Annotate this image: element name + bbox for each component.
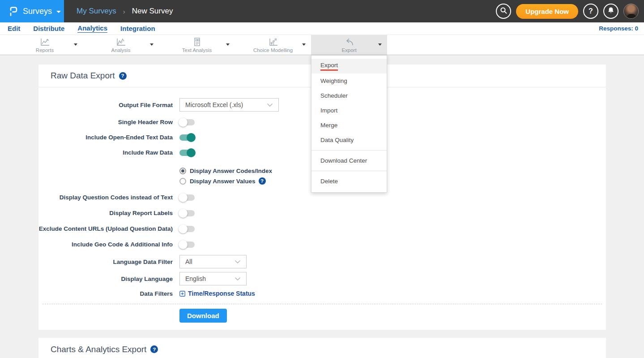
- menu-item-weighting[interactable]: Weighting: [311, 73, 387, 88]
- display-report-labels-label: Display Report Labels: [38, 210, 173, 216]
- breadcrumb-my-surveys[interactable]: My Surveys: [77, 7, 116, 16]
- toolbar-reports[interactable]: Reports: [7, 35, 83, 55]
- breadcrumb-current-survey: New Survey: [132, 7, 173, 16]
- display-report-labels-toggle[interactable]: [179, 210, 195, 216]
- include-geo-code-row: Include Geo Code & Additional Info: [38, 241, 606, 248]
- scatter-trend-icon: [267, 37, 279, 47]
- breadcrumb-separator: ›: [123, 8, 125, 15]
- topbar-actions: Upgrade Now ?: [496, 0, 639, 22]
- form-divider: [43, 304, 602, 304]
- display-language-select[interactable]: English: [179, 272, 247, 285]
- export-menu: Export Weighting Scheduler Import Merge …: [311, 55, 387, 193]
- bell-icon: [607, 7, 614, 16]
- time-response-status-label: Time/Response Status: [188, 290, 255, 297]
- toolbar-analysis-label: Analysis: [111, 47, 131, 53]
- chevron-down-icon: [56, 11, 61, 13]
- menu-item-data-quality[interactable]: Data Quality: [311, 133, 387, 147]
- display-question-codes-label: Display Question Codes instead of Text: [38, 194, 173, 201]
- toolbar-analysis[interactable]: Analysis: [83, 35, 159, 55]
- menu-item-export-label: Export: [320, 62, 338, 71]
- export-dropdown-caret[interactable]: [378, 43, 382, 46]
- display-language-label: Display Language: [38, 276, 173, 282]
- menu-item-data-quality-label: Data Quality: [320, 137, 354, 143]
- toggle-knob: [179, 224, 188, 233]
- exclude-content-urls-toggle[interactable]: [179, 226, 195, 232]
- toolbar-export-label: Export: [341, 47, 356, 53]
- search-button[interactable]: [496, 4, 511, 19]
- language-data-filter-select[interactable]: All: [179, 255, 247, 268]
- product-switcher[interactable]: Surveys: [0, 0, 64, 22]
- raw-data-export-help-icon[interactable]: ?: [119, 72, 127, 80]
- chevron-down-icon: [235, 277, 241, 281]
- language-data-filter-label: Language Data Filter: [38, 259, 173, 265]
- display-language-row: Display Language English: [38, 272, 606, 285]
- include-open-ended-toggle[interactable]: [179, 134, 195, 141]
- tab-distribute[interactable]: Distribute: [33, 25, 64, 33]
- toggle-knob: [179, 209, 188, 218]
- display-answer-codes-label: Display Answer Codes/Index: [190, 168, 272, 174]
- menu-item-weighting-label: Weighting: [320, 78, 347, 84]
- toolbar-choice-modelling[interactable]: Choice Modelling: [235, 35, 311, 55]
- plus-square-icon: [179, 291, 188, 297]
- toolbar-text-analysis[interactable]: Text Analysis: [159, 35, 235, 55]
- time-response-status-link[interactable]: Time/Response Status: [179, 290, 255, 297]
- tab-edit[interactable]: Edit: [8, 25, 20, 33]
- question-mark-icon: ?: [589, 7, 593, 15]
- menu-item-export[interactable]: Export: [311, 59, 387, 73]
- charts-analytics-export-help-icon[interactable]: ?: [150, 345, 158, 353]
- menu-item-scheduler[interactable]: Scheduler: [311, 88, 387, 103]
- display-answer-values-help-icon[interactable]: ?: [259, 177, 266, 185]
- menu-item-delete[interactable]: Delete: [311, 174, 387, 189]
- display-report-labels-row: Display Report Labels: [38, 210, 606, 216]
- include-raw-data-toggle[interactable]: [179, 150, 195, 156]
- menu-item-merge-label: Merge: [320, 122, 337, 129]
- display-answer-values-option: Display Answer Values ?: [179, 177, 275, 185]
- menu-item-import[interactable]: Import: [311, 103, 387, 118]
- data-filters-label: Data Filters: [38, 290, 173, 297]
- language-data-filter-value: All: [185, 258, 192, 265]
- chevron-down-icon: [267, 103, 273, 107]
- download-button[interactable]: Download: [179, 309, 227, 323]
- menu-item-scheduler-label: Scheduler: [320, 92, 348, 99]
- download-row: Download: [38, 309, 606, 323]
- upgrade-now-button[interactable]: Upgrade Now: [516, 4, 578, 19]
- raw-data-export-title: Raw Data Export: [51, 71, 115, 81]
- choice-modelling-dropdown-caret[interactable]: [302, 43, 306, 46]
- tab-analytics[interactable]: Analytics: [77, 24, 107, 33]
- radio-dot: [181, 169, 184, 173]
- analysis-dropdown-caret[interactable]: [150, 43, 154, 46]
- responses-count: Responses: 0: [599, 25, 638, 32]
- language-data-filter-row: Language Data Filter All: [38, 255, 606, 268]
- menu-item-download-center-label: Download Center: [320, 157, 367, 164]
- single-header-row-toggle[interactable]: [179, 119, 195, 125]
- toolbar-export[interactable]: Export: [311, 35, 387, 55]
- toggle-knob: [179, 193, 188, 202]
- toolbar-reports-label: Reports: [36, 47, 54, 53]
- menu-item-download-center[interactable]: Download Center: [311, 153, 387, 168]
- search-icon: [500, 7, 508, 16]
- include-geo-code-label: Include Geo Code & Additional Info: [38, 241, 173, 248]
- toggle-knob: [179, 240, 188, 249]
- charts-analytics-export-card: Charts & Analytics Export ?: [38, 338, 606, 358]
- output-file-format-select[interactable]: Microsoft Excel (.xls): [179, 98, 279, 112]
- chevron-down-icon: [235, 260, 241, 264]
- toggle-knob: [179, 118, 188, 127]
- data-filters-row: Data Filters Time/Response Status: [38, 290, 606, 297]
- include-geo-code-toggle[interactable]: [179, 242, 195, 248]
- display-answer-codes-option: Display Answer Codes/Index: [179, 168, 275, 174]
- analytics-toolbar: Reports Analysis Text Analysis: [0, 35, 644, 55]
- display-question-codes-toggle[interactable]: [179, 194, 195, 201]
- display-answer-values-radio[interactable]: [179, 178, 186, 185]
- toolbar-text-analysis-label: Text Analysis: [182, 47, 212, 53]
- display-answer-codes-radio[interactable]: [179, 168, 186, 174]
- notifications-button[interactable]: [603, 4, 618, 19]
- help-button[interactable]: ?: [583, 4, 598, 19]
- tab-integration[interactable]: Integration: [120, 25, 155, 33]
- menu-item-merge[interactable]: Merge: [311, 118, 387, 133]
- text-analysis-dropdown-caret[interactable]: [226, 43, 230, 46]
- output-file-format-label: Output File Format: [38, 102, 173, 108]
- reports-dropdown-caret[interactable]: [74, 43, 77, 46]
- export-arrow-icon: [343, 37, 355, 47]
- user-avatar[interactable]: [623, 4, 639, 19]
- menu-item-import-label: Import: [320, 107, 337, 114]
